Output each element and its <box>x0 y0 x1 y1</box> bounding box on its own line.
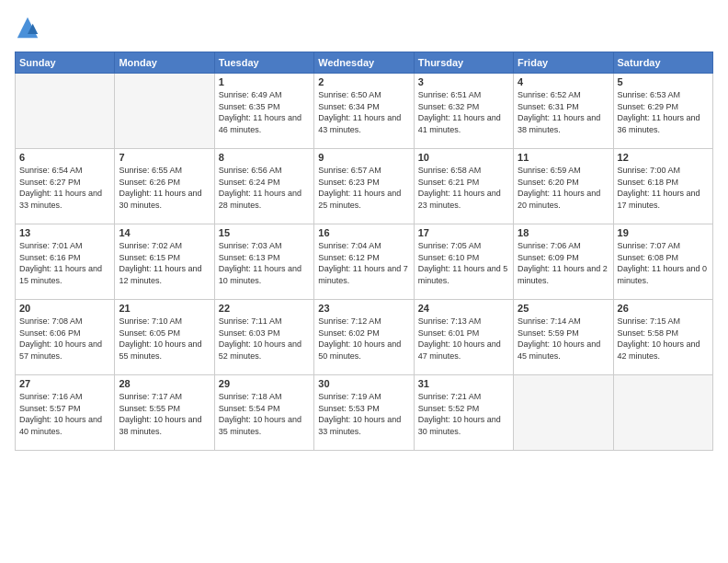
day-info: Sunrise: 7:10 AM Sunset: 6:05 PM Dayligh… <box>119 316 210 362</box>
header-saturday: Saturday <box>613 52 712 74</box>
calendar-cell: 20Sunrise: 7:08 AM Sunset: 6:06 PM Dayli… <box>16 300 115 375</box>
calendar-cell: 7Sunrise: 6:55 AM Sunset: 6:26 PM Daylig… <box>115 149 214 224</box>
day-info: Sunrise: 7:18 AM Sunset: 5:54 PM Dayligh… <box>219 391 310 437</box>
day-number: 21 <box>119 303 210 314</box>
day-info: Sunrise: 6:56 AM Sunset: 6:24 PM Dayligh… <box>219 165 310 211</box>
day-number: 29 <box>219 378 310 389</box>
calendar-cell <box>115 74 214 149</box>
header-tuesday: Tuesday <box>214 52 313 74</box>
day-number: 17 <box>418 227 509 238</box>
day-info: Sunrise: 7:15 AM Sunset: 5:58 PM Dayligh… <box>618 316 709 362</box>
day-info: Sunrise: 6:55 AM Sunset: 6:26 PM Dayligh… <box>119 165 210 211</box>
day-info: Sunrise: 7:11 AM Sunset: 6:03 PM Dayligh… <box>219 316 310 362</box>
day-number: 18 <box>518 227 609 238</box>
day-info: Sunrise: 7:04 AM Sunset: 6:12 PM Dayligh… <box>318 240 409 286</box>
calendar-cell: 13Sunrise: 7:01 AM Sunset: 6:16 PM Dayli… <box>16 224 115 300</box>
day-info: Sunrise: 6:58 AM Sunset: 6:21 PM Dayligh… <box>418 165 509 211</box>
day-info: Sunrise: 7:13 AM Sunset: 6:01 PM Dayligh… <box>418 316 509 362</box>
week-row-5: 27Sunrise: 7:16 AM Sunset: 5:57 PM Dayli… <box>16 375 713 451</box>
logo <box>15 15 44 40</box>
calendar-cell: 6Sunrise: 6:54 AM Sunset: 6:27 PM Daylig… <box>16 149 115 224</box>
day-number: 12 <box>618 152 709 163</box>
day-info: Sunrise: 6:54 AM Sunset: 6:27 PM Dayligh… <box>19 165 110 211</box>
logo-icon <box>15 15 40 40</box>
calendar-cell: 24Sunrise: 7:13 AM Sunset: 6:01 PM Dayli… <box>414 300 513 375</box>
calendar-cell: 10Sunrise: 6:58 AM Sunset: 6:21 PM Dayli… <box>414 149 513 224</box>
header-wednesday: Wednesday <box>314 52 414 74</box>
day-info: Sunrise: 7:02 AM Sunset: 6:15 PM Dayligh… <box>119 240 210 286</box>
calendar-cell <box>613 375 712 451</box>
day-info: Sunrise: 7:00 AM Sunset: 6:18 PM Dayligh… <box>618 165 709 211</box>
day-info: Sunrise: 7:17 AM Sunset: 5:55 PM Dayligh… <box>119 391 210 437</box>
header <box>15 15 713 40</box>
day-number: 31 <box>418 378 509 389</box>
day-number: 30 <box>318 378 409 389</box>
week-row-1: 1Sunrise: 6:49 AM Sunset: 6:35 PM Daylig… <box>16 74 713 149</box>
day-info: Sunrise: 6:51 AM Sunset: 6:32 PM Dayligh… <box>418 89 509 135</box>
calendar-cell: 12Sunrise: 7:00 AM Sunset: 6:18 PM Dayli… <box>613 149 712 224</box>
week-row-2: 6Sunrise: 6:54 AM Sunset: 6:27 PM Daylig… <box>16 149 713 224</box>
day-number: 25 <box>518 303 609 314</box>
day-number: 6 <box>19 152 110 163</box>
day-number: 11 <box>518 152 609 163</box>
day-number: 4 <box>518 76 609 87</box>
calendar-cell: 27Sunrise: 7:16 AM Sunset: 5:57 PM Dayli… <box>16 375 115 451</box>
calendar-cell: 19Sunrise: 7:07 AM Sunset: 6:08 PM Dayli… <box>613 224 712 300</box>
day-info: Sunrise: 7:12 AM Sunset: 6:02 PM Dayligh… <box>318 316 409 362</box>
day-number: 3 <box>418 76 509 87</box>
day-info: Sunrise: 7:16 AM Sunset: 5:57 PM Dayligh… <box>19 391 110 437</box>
day-info: Sunrise: 7:08 AM Sunset: 6:06 PM Dayligh… <box>19 316 110 362</box>
day-info: Sunrise: 6:49 AM Sunset: 6:35 PM Dayligh… <box>219 89 310 135</box>
calendar-cell: 31Sunrise: 7:21 AM Sunset: 5:52 PM Dayli… <box>414 375 513 451</box>
calendar-cell: 22Sunrise: 7:11 AM Sunset: 6:03 PM Dayli… <box>214 300 313 375</box>
day-info: Sunrise: 6:53 AM Sunset: 6:29 PM Dayligh… <box>618 89 709 135</box>
svg-marker-0 <box>17 17 38 38</box>
calendar-cell <box>16 74 115 149</box>
calendar-cell: 23Sunrise: 7:12 AM Sunset: 6:02 PM Dayli… <box>314 300 414 375</box>
day-number: 20 <box>19 303 110 314</box>
calendar-cell: 21Sunrise: 7:10 AM Sunset: 6:05 PM Dayli… <box>115 300 214 375</box>
calendar-cell: 3Sunrise: 6:51 AM Sunset: 6:32 PM Daylig… <box>414 74 513 149</box>
header-monday: Monday <box>115 52 214 74</box>
day-number: 22 <box>219 303 310 314</box>
day-number: 23 <box>318 303 409 314</box>
header-thursday: Thursday <box>414 52 513 74</box>
day-info: Sunrise: 7:03 AM Sunset: 6:13 PM Dayligh… <box>219 240 310 286</box>
header-friday: Friday <box>514 52 613 74</box>
day-info: Sunrise: 7:05 AM Sunset: 6:10 PM Dayligh… <box>418 240 509 286</box>
week-row-4: 20Sunrise: 7:08 AM Sunset: 6:06 PM Dayli… <box>16 300 713 375</box>
day-number: 15 <box>219 227 310 238</box>
day-info: Sunrise: 7:07 AM Sunset: 6:08 PM Dayligh… <box>618 240 709 286</box>
day-info: Sunrise: 7:14 AM Sunset: 5:59 PM Dayligh… <box>518 316 609 362</box>
day-number: 1 <box>219 76 310 87</box>
day-number: 13 <box>19 227 110 238</box>
calendar-cell: 28Sunrise: 7:17 AM Sunset: 5:55 PM Dayli… <box>115 375 214 451</box>
day-number: 14 <box>119 227 210 238</box>
calendar-header-row: SundayMondayTuesdayWednesdayThursdayFrid… <box>16 52 713 74</box>
day-info: Sunrise: 6:59 AM Sunset: 6:20 PM Dayligh… <box>518 165 609 211</box>
day-info: Sunrise: 7:19 AM Sunset: 5:53 PM Dayligh… <box>318 391 409 437</box>
day-number: 24 <box>418 303 509 314</box>
day-number: 10 <box>418 152 509 163</box>
day-number: 5 <box>618 76 709 87</box>
day-info: Sunrise: 6:57 AM Sunset: 6:23 PM Dayligh… <box>318 165 409 211</box>
calendar-cell: 8Sunrise: 6:56 AM Sunset: 6:24 PM Daylig… <box>214 149 313 224</box>
calendar-cell: 29Sunrise: 7:18 AM Sunset: 5:54 PM Dayli… <box>214 375 313 451</box>
calendar-cell: 17Sunrise: 7:05 AM Sunset: 6:10 PM Dayli… <box>414 224 513 300</box>
calendar-table: SundayMondayTuesdayWednesdayThursdayFrid… <box>15 52 713 451</box>
calendar-cell: 9Sunrise: 6:57 AM Sunset: 6:23 PM Daylig… <box>314 149 414 224</box>
calendar-cell: 5Sunrise: 6:53 AM Sunset: 6:29 PM Daylig… <box>613 74 712 149</box>
page: SundayMondayTuesdayWednesdayThursdayFrid… <box>0 0 728 563</box>
calendar-cell: 2Sunrise: 6:50 AM Sunset: 6:34 PM Daylig… <box>314 74 414 149</box>
calendar-cell: 1Sunrise: 6:49 AM Sunset: 6:35 PM Daylig… <box>214 74 313 149</box>
day-info: Sunrise: 6:52 AM Sunset: 6:31 PM Dayligh… <box>518 89 609 135</box>
calendar-cell: 16Sunrise: 7:04 AM Sunset: 6:12 PM Dayli… <box>314 224 414 300</box>
calendar-cell: 30Sunrise: 7:19 AM Sunset: 5:53 PM Dayli… <box>314 375 414 451</box>
day-info: Sunrise: 7:06 AM Sunset: 6:09 PM Dayligh… <box>518 240 609 286</box>
calendar-cell <box>514 375 613 451</box>
day-info: Sunrise: 6:50 AM Sunset: 6:34 PM Dayligh… <box>318 89 409 135</box>
calendar-cell: 14Sunrise: 7:02 AM Sunset: 6:15 PM Dayli… <box>115 224 214 300</box>
day-number: 9 <box>318 152 409 163</box>
calendar-cell: 11Sunrise: 6:59 AM Sunset: 6:20 PM Dayli… <box>514 149 613 224</box>
day-number: 19 <box>618 227 709 238</box>
